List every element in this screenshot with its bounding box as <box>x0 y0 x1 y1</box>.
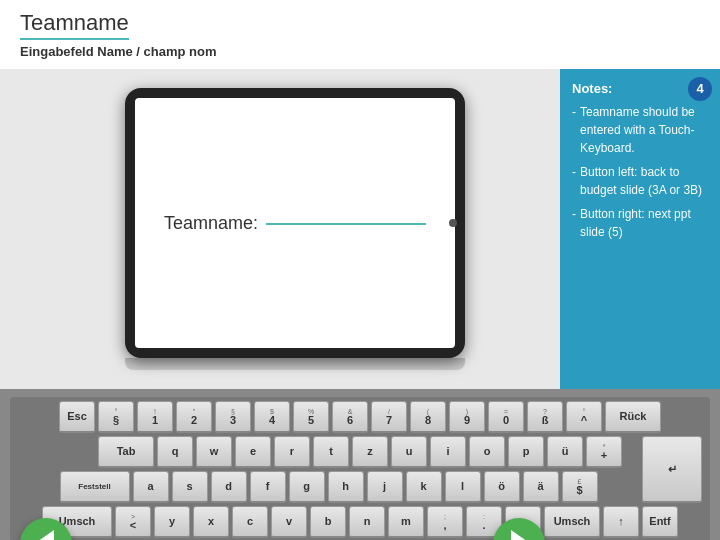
notes-panel: Notes: 4 - Teamname should be entered wi… <box>560 69 720 389</box>
key-sect[interactable]: °§ <box>98 401 134 433</box>
key-hash[interactable]: £$ <box>562 471 598 503</box>
key-a[interactable]: a <box>133 471 169 503</box>
notes-badge: 4 <box>688 77 712 101</box>
key-r[interactable]: r <box>274 436 310 468</box>
key-y[interactable]: y <box>154 506 190 538</box>
tablet-shadow <box>125 358 465 370</box>
key-7[interactable]: /7 <box>371 401 407 433</box>
key-4[interactable]: $4 <box>254 401 290 433</box>
key-row-4: Umsch >< y x c v b n m ;, :. _- Umsch ↑ … <box>14 506 706 538</box>
key-ae[interactable]: ä <box>523 471 559 503</box>
key-oe[interactable]: ö <box>484 471 520 503</box>
key-backspace[interactable]: Rück <box>605 401 661 433</box>
key-q[interactable]: q <box>157 436 193 468</box>
key-9[interactable]: )9 <box>449 401 485 433</box>
key-u[interactable]: u <box>391 436 427 468</box>
page-title: Teamname <box>20 10 129 40</box>
notes-item-2-text: Button left: back to budget slide (3A or… <box>580 163 708 199</box>
key-n[interactable]: n <box>349 506 385 538</box>
key-esc[interactable]: Esc <box>59 401 95 433</box>
key-x[interactable]: x <box>193 506 229 538</box>
key-o[interactable]: o <box>469 436 505 468</box>
key-del[interactable]: Entf <box>642 506 678 538</box>
key-d[interactable]: d <box>211 471 247 503</box>
keyboard: Esc °§ !1 "2 §3 $4 %5 &6 /7 (8 )9 =0 ?ß … <box>10 397 710 540</box>
team-name-display: Teamname: <box>164 213 426 234</box>
key-capslock[interactable]: Feststell <box>60 471 130 503</box>
key-shift-right[interactable]: Umsch <box>544 506 600 538</box>
subtitle: Eingabefeld Name / champ nom <box>20 44 700 65</box>
key-question[interactable]: ?ß <box>527 401 563 433</box>
arrow-right-icon <box>511 530 531 540</box>
team-name-underline <box>266 223 426 225</box>
key-ue[interactable]: ü <box>547 436 583 468</box>
key-j[interactable]: j <box>367 471 403 503</box>
notes-item-3: - Button right: next ppt slide (5) <box>572 205 708 241</box>
notes-item-1-text: Teamname should be entered with a Touch-… <box>580 103 708 157</box>
key-f[interactable]: f <box>250 471 286 503</box>
key-enter[interactable]: ↵ <box>642 436 702 503</box>
key-v[interactable]: v <box>271 506 307 538</box>
key-i[interactable]: i <box>430 436 466 468</box>
notes-content: - Teamname should be entered with a Touc… <box>572 103 708 241</box>
notes-item-2: - Button left: back to budget slide (3A … <box>572 163 708 199</box>
key-8[interactable]: (8 <box>410 401 446 433</box>
tablet-home-button <box>449 219 457 227</box>
key-5[interactable]: %5 <box>293 401 329 433</box>
key-p[interactable]: p <box>508 436 544 468</box>
header: Teamname Eingabefeld Name / champ nom <box>0 0 720 69</box>
key-3[interactable]: §3 <box>215 401 251 433</box>
notes-item-3-text: Button right: next ppt slide (5) <box>580 205 708 241</box>
key-w[interactable]: w <box>196 436 232 468</box>
key-row-1: Esc °§ !1 "2 §3 $4 %5 &6 /7 (8 )9 =0 ?ß … <box>14 401 706 433</box>
key-tab[interactable]: Tab <box>98 436 154 468</box>
key-l[interactable]: l <box>445 471 481 503</box>
key-b[interactable]: b <box>310 506 346 538</box>
key-up[interactable]: ↑ <box>603 506 639 538</box>
key-k[interactable]: k <box>406 471 442 503</box>
key-plus[interactable]: *+ <box>586 436 622 468</box>
key-6[interactable]: &6 <box>332 401 368 433</box>
key-s[interactable]: s <box>172 471 208 503</box>
key-g[interactable]: g <box>289 471 325 503</box>
key-h[interactable]: h <box>328 471 364 503</box>
keyboard-area: Esc °§ !1 "2 §3 $4 %5 &6 /7 (8 )9 =0 ?ß … <box>0 389 720 540</box>
key-c[interactable]: c <box>232 506 268 538</box>
notes-item-1: - Teamname should be entered with a Touc… <box>572 103 708 157</box>
key-1[interactable]: !1 <box>137 401 173 433</box>
arrow-left-icon <box>34 530 54 540</box>
main-content: Teamname: Notes: 4 - Teamname should be … <box>0 69 720 389</box>
notes-title: Notes: <box>572 81 612 96</box>
key-comma[interactable]: ;, <box>427 506 463 538</box>
key-row-2: Tab q w e r t z u i o p ü *+ ↵ <box>14 436 706 468</box>
key-caret[interactable]: °^ <box>566 401 602 433</box>
key-e[interactable]: e <box>235 436 271 468</box>
team-name-text: Teamname: <box>164 213 258 234</box>
key-2[interactable]: "2 <box>176 401 212 433</box>
key-less[interactable]: >< <box>115 506 151 538</box>
key-t[interactable]: t <box>313 436 349 468</box>
key-row-3: Feststell a s d f g h j k l ö ä £$ <box>14 471 706 503</box>
key-0[interactable]: =0 <box>488 401 524 433</box>
key-z[interactable]: z <box>352 436 388 468</box>
tablet-device: Teamname: <box>125 88 465 358</box>
tablet-screen: Teamname: <box>135 98 455 348</box>
key-m[interactable]: m <box>388 506 424 538</box>
tablet-wrapper: Teamname: <box>0 69 560 389</box>
